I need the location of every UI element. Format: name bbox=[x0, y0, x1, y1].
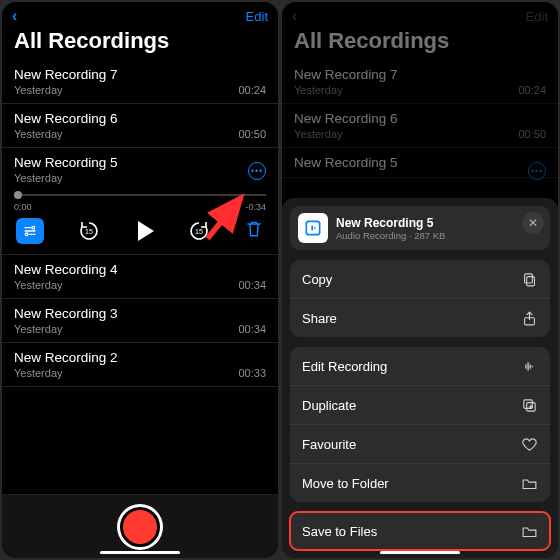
more-options-button: ••• bbox=[528, 162, 546, 180]
time-start: 0:00 bbox=[14, 202, 32, 212]
play-button[interactable] bbox=[134, 221, 154, 241]
nav-bar: ‹ Edit bbox=[282, 2, 558, 26]
recording-name: New Recording 5 bbox=[294, 155, 546, 170]
waveform-icon bbox=[520, 357, 538, 375]
close-button[interactable]: ✕ bbox=[522, 212, 544, 234]
duplicate-icon bbox=[520, 396, 538, 414]
time-remaining: -0:34 bbox=[245, 202, 266, 212]
recording-duration: 00:24 bbox=[518, 84, 546, 96]
recording-duration: 00:50 bbox=[518, 128, 546, 140]
action-label: Duplicate bbox=[302, 398, 356, 413]
action-label: Favourite bbox=[302, 437, 356, 452]
action-duplicate[interactable]: Duplicate bbox=[290, 386, 550, 425]
action-group: Copy Share bbox=[290, 260, 550, 337]
sheet-header: New Recording 5 Audio Recording · 287 KB… bbox=[290, 206, 550, 250]
recording-row[interactable]: New Recording 7 Yesterday00:24 bbox=[2, 60, 278, 104]
share-sheet: New Recording 5 Audio Recording · 287 KB… bbox=[282, 198, 558, 558]
recording-duration: 00:34 bbox=[238, 279, 266, 291]
action-group: Edit Recording Duplicate Favourite Move … bbox=[290, 347, 550, 502]
sheet-subtitle: Audio Recording · 287 KB bbox=[336, 230, 445, 241]
recording-row: New Recording 5 ••• bbox=[282, 148, 558, 178]
scrubber[interactable] bbox=[14, 190, 266, 200]
action-label: Edit Recording bbox=[302, 359, 387, 374]
svg-point-0 bbox=[32, 226, 35, 229]
record-button[interactable] bbox=[120, 507, 160, 547]
page-title: All Recordings bbox=[2, 26, 278, 60]
recording-row: New Recording 6 Yesterday00:50 bbox=[282, 104, 558, 148]
edit-button[interactable]: Edit bbox=[246, 9, 268, 24]
recording-name: New Recording 5 bbox=[14, 155, 266, 170]
recording-sub: Yesterday bbox=[14, 84, 63, 96]
folder-icon bbox=[520, 522, 538, 540]
svg-text:15: 15 bbox=[195, 228, 203, 235]
recording-name: New Recording 6 bbox=[294, 111, 546, 126]
recording-duration: 00:50 bbox=[238, 128, 266, 140]
action-save-to-files[interactable]: Save to Files bbox=[290, 512, 550, 550]
home-indicator bbox=[100, 551, 180, 554]
record-bar bbox=[2, 494, 278, 558]
recording-duration: 00:24 bbox=[238, 84, 266, 96]
options-toggle-button[interactable] bbox=[16, 218, 44, 244]
skip-back-button[interactable]: 15 bbox=[77, 219, 101, 243]
phone-left: ‹ Edit All Recordings New Recording 7 Ye… bbox=[2, 2, 278, 558]
share-icon bbox=[520, 309, 538, 327]
recording-duration: 00:34 bbox=[238, 323, 266, 335]
action-move-to-folder[interactable]: Move to Folder bbox=[290, 464, 550, 502]
back-button[interactable]: ‹ bbox=[12, 7, 17, 25]
recording-duration: 00:33 bbox=[238, 367, 266, 379]
action-label: Move to Folder bbox=[302, 476, 389, 491]
more-options-button[interactable]: ••• bbox=[248, 162, 266, 180]
action-label: Copy bbox=[302, 272, 332, 287]
recording-sub: Yesterday bbox=[14, 323, 63, 335]
recording-name: New Recording 7 bbox=[14, 67, 266, 82]
recording-sub: Yesterday bbox=[14, 172, 63, 184]
action-label: Share bbox=[302, 311, 337, 326]
recording-row[interactable]: New Recording 2 Yesterday00:33 bbox=[2, 343, 278, 387]
svg-text:15: 15 bbox=[85, 228, 93, 235]
recording-name: New Recording 2 bbox=[14, 350, 266, 365]
recording-row-expanded[interactable]: New Recording 5 Yesterday ••• 0:00 -0:34… bbox=[2, 148, 278, 255]
action-group-highlighted: Save to Files bbox=[290, 512, 550, 550]
recording-row[interactable]: New Recording 6 Yesterday00:50 bbox=[2, 104, 278, 148]
page-title: All Recordings bbox=[282, 26, 558, 60]
recording-sub: Yesterday bbox=[14, 128, 63, 140]
action-edit-recording[interactable]: Edit Recording bbox=[290, 347, 550, 386]
copy-icon bbox=[520, 270, 538, 288]
recording-sub: Yesterday bbox=[14, 279, 63, 291]
action-label: Save to Files bbox=[302, 524, 377, 539]
nav-bar: ‹ Edit bbox=[2, 2, 278, 26]
recording-row[interactable]: New Recording 4 Yesterday00:34 bbox=[2, 255, 278, 299]
folder-icon bbox=[520, 474, 538, 492]
action-favourite[interactable]: Favourite bbox=[290, 425, 550, 464]
back-button: ‹ bbox=[292, 7, 297, 25]
svg-rect-6 bbox=[524, 273, 532, 282]
phone-right: ‹ Edit All Recordings New Recording 7 Ye… bbox=[282, 2, 558, 558]
skip-forward-button[interactable]: 15 bbox=[187, 219, 211, 243]
recording-name: New Recording 3 bbox=[14, 306, 266, 321]
sheet-title: New Recording 5 bbox=[336, 216, 445, 230]
recording-row[interactable]: New Recording 3 Yesterday00:34 bbox=[2, 299, 278, 343]
action-copy[interactable]: Copy bbox=[290, 260, 550, 299]
delete-button[interactable] bbox=[244, 218, 264, 244]
audio-thumbnail-icon bbox=[298, 213, 328, 243]
recording-name: New Recording 7 bbox=[294, 67, 546, 82]
recording-row: New Recording 7 Yesterday00:24 bbox=[282, 60, 558, 104]
recording-sub: Yesterday bbox=[294, 128, 343, 140]
svg-rect-5 bbox=[526, 276, 534, 285]
home-indicator bbox=[380, 551, 460, 554]
heart-icon bbox=[520, 435, 538, 453]
recording-name: New Recording 4 bbox=[14, 262, 266, 277]
recording-name: New Recording 6 bbox=[14, 111, 266, 126]
svg-point-1 bbox=[25, 233, 28, 236]
action-share[interactable]: Share bbox=[290, 299, 550, 337]
recording-sub: Yesterday bbox=[14, 367, 63, 379]
edit-button: Edit bbox=[526, 9, 548, 24]
recording-sub: Yesterday bbox=[294, 84, 343, 96]
